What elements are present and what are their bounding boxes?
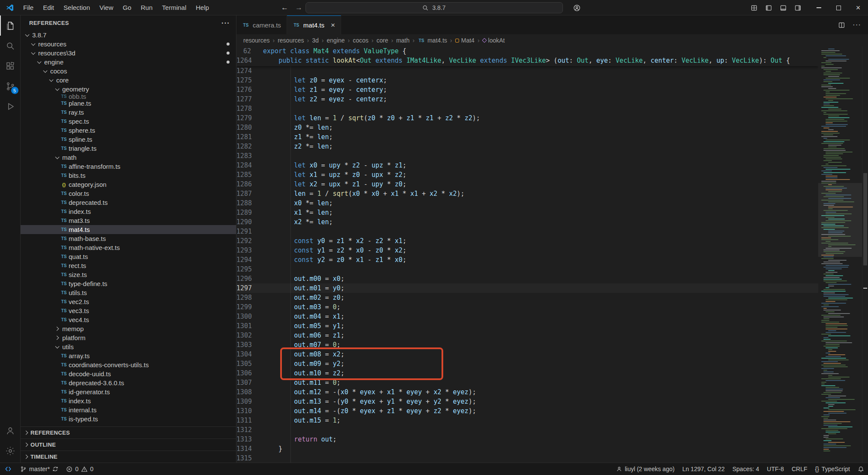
- scrollbar-thumb[interactable]: [863, 173, 867, 265]
- minimap-slider[interactable]: [818, 183, 862, 257]
- activity-source-control[interactable]: 5: [0, 76, 21, 96]
- minimap[interactable]: [818, 46, 862, 463]
- code-line-1311[interactable]: 1311 out.m15 = 1;: [236, 416, 818, 425]
- tree-item-utils[interactable]: utils: [21, 342, 236, 351]
- code-line-1315[interactable]: 1315: [236, 454, 818, 463]
- minimize-button[interactable]: [809, 0, 829, 15]
- breadcrumb-item[interactable]: core: [377, 37, 388, 44]
- activity-extensions[interactable]: [0, 56, 21, 76]
- code-line-1300[interactable]: 1300 out.m04 = x1;: [236, 312, 818, 321]
- menu-view[interactable]: View: [95, 0, 118, 15]
- tree-item-utils.ts[interactable]: TSutils.ts: [21, 288, 236, 297]
- tree-item-is-typed.ts[interactable]: TSis-typed.ts: [21, 414, 236, 423]
- tree-item-vec4.ts[interactable]: TSvec4.ts: [21, 315, 236, 324]
- code-line-1274[interactable]: 1274: [236, 66, 818, 76]
- code-line-1310[interactable]: 1310 out.m14 = -(z0 * eyex + z1 * eyey +…: [236, 406, 818, 416]
- tree-item-mat4.ts[interactable]: TSmat4.ts: [21, 225, 236, 234]
- code-line-1297[interactable]: 1297 out.m01 = y0;: [236, 283, 818, 293]
- forward-icon[interactable]: →: [295, 3, 302, 12]
- activity-search[interactable]: [0, 36, 21, 56]
- blame-status[interactable]: liuyl (2 weeks ago): [612, 463, 678, 475]
- eol-status[interactable]: CRLF: [788, 463, 811, 475]
- language-status[interactable]: {} TypeScript: [811, 463, 854, 475]
- cursor-position[interactable]: Ln 1297, Col 22: [678, 463, 729, 475]
- menu-help[interactable]: Help: [191, 0, 214, 15]
- back-icon[interactable]: ←: [281, 3, 288, 12]
- breadcrumb-item[interactable]: resources: [243, 37, 269, 44]
- tree-item-math[interactable]: math: [21, 153, 236, 162]
- tree-item-spline.ts[interactable]: TSspline.ts: [21, 135, 236, 144]
- code-line-1275[interactable]: 1275 let z0 = eyex - centerx;: [236, 76, 818, 85]
- tree-item-coordinates-converts-utils.ts[interactable]: TScoordinates-converts-utils.ts: [21, 360, 236, 369]
- tree-item-3.8.7[interactable]: 3.8.7: [21, 30, 236, 40]
- breadcrumb-item[interactable]: math: [396, 37, 409, 44]
- menu-run[interactable]: Run: [136, 0, 157, 15]
- code-line-1298[interactable]: 1298 out.m02 = z0;: [236, 293, 818, 302]
- breadcrumb-item[interactable]: TSmat4.ts: [417, 37, 447, 44]
- profile-icon[interactable]: [571, 2, 583, 13]
- tree-item-array.ts[interactable]: TSarray.ts: [21, 351, 236, 360]
- tree-item-deprecated-3.6.0.ts[interactable]: TSdeprecated-3.6.0.ts: [21, 378, 236, 387]
- code-line-1294[interactable]: 1294 const y2 = z0 * x1 - z1 * x0;: [236, 255, 818, 265]
- tree-item-math-base.ts[interactable]: TSmath-base.ts: [21, 234, 236, 243]
- code-line-1287[interactable]: 1287 len = 1 / sqrt(x0 * x0 + x1 * x1 + …: [236, 189, 818, 198]
- code-line-1283[interactable]: 1283: [236, 151, 818, 161]
- code-line-1296[interactable]: 1296 out.m00 = x0;: [236, 274, 818, 283]
- tree-item-geometry[interactable]: geometry: [21, 85, 236, 94]
- code-line-1276[interactable]: 1276 let z1 = eyey - centery;: [236, 85, 818, 94]
- code-line-1301[interactable]: 1301 out.m05 = y1;: [236, 321, 818, 331]
- activity-explorer[interactable]: [0, 15, 21, 36]
- tree-item-type-define.ts[interactable]: TStype-define.ts: [21, 279, 236, 288]
- activity-account[interactable]: [0, 420, 21, 441]
- code-line-62[interactable]: 62export class Mat4 extends ValueType {: [236, 46, 818, 56]
- more-actions-icon[interactable]: ···: [221, 19, 230, 27]
- tree-item-deprecated.ts[interactable]: TSdeprecated.ts: [21, 198, 236, 207]
- toggle-sidebar-icon[interactable]: [763, 2, 774, 14]
- tree-item-color.ts[interactable]: TScolor.ts: [21, 189, 236, 198]
- close-tab-icon[interactable]: ×: [331, 21, 335, 30]
- tree-item-core[interactable]: core: [21, 76, 236, 85]
- tree-item-affine-transform.ts[interactable]: TSaffine-transform.ts: [21, 162, 236, 171]
- tree-item-decode-uuid.ts[interactable]: TSdecode-uuid.ts: [21, 369, 236, 378]
- code-line-1289[interactable]: 1289 x1 *= len;: [236, 208, 818, 217]
- activity-settings[interactable]: [0, 441, 21, 461]
- code-line-1314[interactable]: 1314 }: [236, 444, 818, 454]
- notifications-bell-icon[interactable]: [854, 463, 868, 475]
- code-line-1277[interactable]: 1277 let z2 = eyez - centerz;: [236, 94, 818, 104]
- activity-run-debug[interactable]: [0, 96, 21, 116]
- code-line-1285[interactable]: 1285 let x1 = upz * z0 - upx * z2;: [236, 170, 818, 180]
- tree-item-vec3.ts[interactable]: TSvec3.ts: [21, 306, 236, 315]
- editor-more-actions-icon[interactable]: ···: [853, 21, 861, 29]
- breadcrumb-item[interactable]: Mat4: [455, 37, 475, 44]
- code-line-1309[interactable]: 1309 out.m13 = -(y0 * eyex + y1 * eyey +…: [236, 397, 818, 406]
- tree-item-ray.ts[interactable]: TSray.ts: [21, 108, 236, 117]
- tree-item-obb.ts[interactable]: TSobb.ts: [21, 94, 236, 99]
- tree-item-engine[interactable]: engine: [21, 58, 236, 67]
- problems-status[interactable]: 0 0: [62, 463, 97, 475]
- code-line-1284[interactable]: 1284 let x0 = upy * z2 - upz * z1;: [236, 161, 818, 170]
- command-center[interactable]: 3.8.7: [305, 2, 563, 13]
- tree-item-sphere.ts[interactable]: TSsphere.ts: [21, 126, 236, 135]
- code-line-1282[interactable]: 1282 z2 *= len;: [236, 142, 818, 151]
- maximize-button[interactable]: [829, 0, 848, 15]
- code-line-1278[interactable]: 1278: [236, 104, 818, 113]
- tree-item-resources\3d[interactable]: resources\3d: [21, 49, 236, 58]
- remote-indicator[interactable]: [0, 463, 16, 475]
- tab-mat4.ts[interactable]: TSmat4.ts×: [287, 15, 341, 34]
- scrollbar[interactable]: [862, 46, 868, 463]
- split-editor-icon[interactable]: [836, 19, 847, 31]
- tree-item-platform[interactable]: platform: [21, 333, 236, 342]
- tree-item-bits.ts[interactable]: TSbits.ts: [21, 171, 236, 180]
- tree-item-mat3.ts[interactable]: TSmat3.ts: [21, 216, 236, 225]
- tree-item-index.ts[interactable]: TSindex.ts: [21, 207, 236, 216]
- code-line-1286[interactable]: 1286 let x2 = upx * z1 - upy * z0;: [236, 180, 818, 189]
- tree-item-rect.ts[interactable]: TSrect.ts: [21, 261, 236, 270]
- section-outline[interactable]: OUTLINE: [21, 438, 236, 451]
- breadcrumb-item[interactable]: lookAt: [483, 37, 505, 44]
- customize-layout-icon[interactable]: [748, 2, 760, 14]
- menu-file[interactable]: File: [18, 0, 38, 15]
- tree-item-spec.ts[interactable]: TSspec.ts: [21, 117, 236, 126]
- code-line-1302[interactable]: 1302 out.m06 = z1;: [236, 331, 818, 340]
- breadcrumb-item[interactable]: engine: [327, 37, 345, 44]
- tab-camera.ts[interactable]: TScamera.ts: [236, 15, 287, 34]
